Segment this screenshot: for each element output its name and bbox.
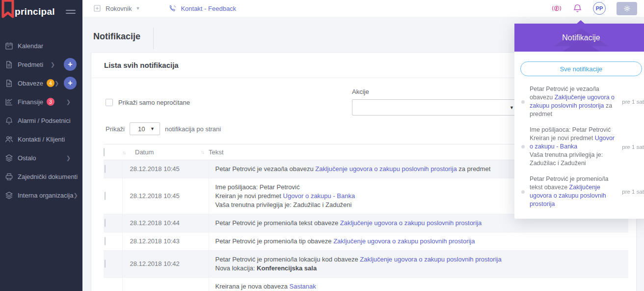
sidebar-item-predmeti[interactable]: Predmeti❯+ xyxy=(0,55,82,74)
row-checkbox[interactable] xyxy=(105,165,106,173)
row-date: 28.12.2018 10:45 xyxy=(122,178,209,214)
user-avatar[interactable]: PP xyxy=(593,2,606,15)
row-text: Petar Petrović je promenio/la lokaciju k… xyxy=(209,251,628,278)
text-segment: Nova lokacija: xyxy=(215,264,257,272)
add-obaveze-button[interactable]: + xyxy=(64,77,77,89)
text-segment: Ime pošiljaoca: Petar Petrović xyxy=(530,126,611,133)
file-icon xyxy=(5,60,13,69)
contact-feedback-label: Kontakt - Feedback xyxy=(181,5,236,12)
bell-icon[interactable] xyxy=(573,3,582,13)
table-row: 28.12.2018 10:31Kreirana je nova obaveza… xyxy=(104,278,628,291)
dinar-currency-icon[interactable] xyxy=(551,3,562,13)
sidebar-item-ostalo[interactable]: Ostalo❯ xyxy=(0,148,82,167)
sort-icon[interactable]: ↑↓ xyxy=(122,150,125,155)
sidebar-item-label: Alarmi / Podsetnici xyxy=(18,117,71,124)
sidebar-item-finansije[interactable]: Finansije3❯ xyxy=(0,92,82,111)
layers-icon xyxy=(5,191,13,200)
inline-link[interactable]: Zaključenje ugovora o zakupu poslovnih p… xyxy=(360,256,501,263)
sidebar-item-alarmi-podsetnici[interactable]: Alarmi / Podsetnici xyxy=(0,111,82,130)
people-icon xyxy=(5,135,13,144)
sidebar-item-label: Finansije xyxy=(18,98,43,106)
select-all-checkbox[interactable] xyxy=(104,148,105,156)
text-segment: Vaša trenutna privilegija je: Zadužilac … xyxy=(530,151,603,167)
brand-name: principal xyxy=(15,6,55,17)
sidebar-item-interna-organizacija[interactable]: Interna organizacija❯ xyxy=(0,186,82,204)
row-date: 28.12.2018 10:42 xyxy=(122,251,209,278)
row-checkbox[interactable] xyxy=(105,219,106,227)
notification-item[interactable]: Ime pošiljaoca: Petar PetrovićKreiran je… xyxy=(514,126,644,168)
actions-label: Akcije xyxy=(352,88,519,95)
text-segment: Petar Petrović je promenio/la lokaciju k… xyxy=(215,256,360,263)
row-date: 28.12.2018 10:44 xyxy=(122,214,209,233)
unread-only-checkbox[interactable] xyxy=(106,99,113,106)
row-checkbox[interactable] xyxy=(105,260,106,268)
sidebar-menu: KalendarPredmeti❯+Obaveze4❯+Finansije3❯A… xyxy=(0,36,82,204)
sidebar-item-label: Kontakti / Klijenti xyxy=(18,136,65,143)
notification-item[interactable]: Petar Petrović je promenio/la tekst obav… xyxy=(514,175,644,208)
text-segment: Kreiran je novi predmet xyxy=(215,192,283,200)
table-row: 28.12.2018 10:43Petar Petrović je promen… xyxy=(104,233,628,251)
inline-link[interactable]: Zaključenje ugovora o zakupu poslovnih p… xyxy=(333,237,475,245)
per-page-select[interactable]: 10 ▼ xyxy=(130,122,160,135)
chevron-right-icon: ❯ xyxy=(66,99,71,105)
inline-link[interactable]: Ugovor o zakupu - Banka xyxy=(283,192,355,200)
sidebar-item-zajedni-ki-dokumenti[interactable]: Zajednički dokumenti xyxy=(0,167,82,186)
text-segment: Petar Petrović je promenio/la tip obavez… xyxy=(215,237,334,245)
topbar: Rokovnik ▼ Kontakt - Feedback PP xyxy=(82,0,644,17)
actions-select[interactable]: ▼ xyxy=(352,99,519,116)
inline-link[interactable]: Zaključenje ugovora o zakupu poslovnih p… xyxy=(315,165,456,173)
row-date: 28.12.2018 10:45 xyxy=(122,160,209,178)
inline-link[interactable]: Zaključenje ugovora o zakupu poslovnih p… xyxy=(340,219,482,227)
sidebar-item-obaveze[interactable]: Obaveze4❯+ xyxy=(0,74,82,92)
text-segment: Ime pošiljaoca: Petar Petrović xyxy=(215,183,300,191)
contact-feedback-link[interactable]: Kontakt - Feedback xyxy=(168,4,236,13)
notification-time: pre 1 sat xyxy=(619,144,644,150)
text-segment: Kreiran je novi predmet xyxy=(530,135,595,142)
gear-icon xyxy=(623,5,631,12)
chevron-right-icon: ❯ xyxy=(51,62,55,67)
notification-text: Ime pošiljaoca: Petar PetrovićKreiran je… xyxy=(530,126,619,168)
select-caret-icon: ▼ xyxy=(510,105,514,110)
page-title: Notifikacije xyxy=(93,31,140,42)
unread-dot-icon xyxy=(521,100,525,104)
sidebar-item-label: Kalendar xyxy=(18,42,43,50)
sidebar-item-kalendar[interactable]: Kalendar xyxy=(0,36,82,55)
select-caret-icon: ▼ xyxy=(150,126,155,131)
calendar-icon xyxy=(5,42,13,50)
rokovnik-dropdown[interactable]: Rokovnik ▼ xyxy=(93,4,140,12)
notification-text: Petar Petrović je promenio/la tekst obav… xyxy=(530,175,619,208)
chart-icon xyxy=(5,98,13,106)
sidebar-item-label: Zajednički dokumenti xyxy=(18,173,78,180)
menu-toggle-icon[interactable] xyxy=(66,8,76,16)
settings-button[interactable] xyxy=(617,2,637,15)
column-header-date[interactable]: Datum xyxy=(135,148,154,156)
chevron-right-icon: ❯ xyxy=(73,193,78,198)
sidebar-item-kontakti-klijenti[interactable]: Kontakti / Klijenti xyxy=(0,130,82,148)
file-icon xyxy=(5,79,13,87)
sidebar-item-label: Ostalo xyxy=(18,154,36,162)
text-segment: Petar Petrović je vezao/la obavezu xyxy=(215,165,316,173)
square-plus-icon xyxy=(93,4,101,12)
title-divider xyxy=(153,28,154,49)
per-page-prefix: Prikaži xyxy=(106,125,125,133)
inline-link[interactable]: Sastanak xyxy=(290,283,316,290)
sidebar: principal KalendarPredmeti❯+Obaveze4❯+Fi… xyxy=(0,0,82,291)
unread-only-checkbox-group[interactable]: Prikaži samo nepročitane xyxy=(106,89,190,116)
row-date: 28.12.2018 10:31 xyxy=(122,278,209,291)
dropdown-items: Petar Petrović je vezao/la obavezu Zaklj… xyxy=(514,85,644,208)
per-page-suffix: notifikacija po strani xyxy=(165,125,221,133)
row-text: Petar Petrović je promenio/la tip obavez… xyxy=(209,233,628,251)
sort-icon[interactable]: ↑↓ xyxy=(201,149,204,155)
row-checkbox[interactable] xyxy=(105,192,106,200)
logo-row: principal xyxy=(0,0,82,24)
sidebar-item-label: Predmeti xyxy=(18,61,43,68)
table-row: 28.12.2018 10:42Petar Petrović je promen… xyxy=(104,251,628,278)
add-predmeti-button[interactable]: + xyxy=(64,58,77,71)
text-segment: Konferencijska sala xyxy=(257,264,317,272)
unread-dot-icon xyxy=(521,190,525,194)
notification-item[interactable]: Petar Petrović je vezao/la obavezu Zaklj… xyxy=(514,85,644,118)
text-segment: za predmet xyxy=(457,165,491,173)
text-segment: Kreirana je nova obaveza xyxy=(215,283,290,290)
row-date: 28.12.2018 10:43 xyxy=(122,233,209,251)
row-checkbox[interactable] xyxy=(105,237,106,245)
